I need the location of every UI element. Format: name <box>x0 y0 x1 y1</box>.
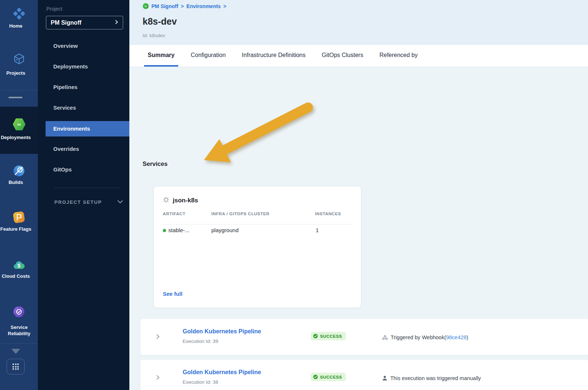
service-reliability-icon <box>12 305 26 320</box>
rail-divider <box>0 90 38 91</box>
card-divider <box>163 224 352 224</box>
service-summary-card: json-k8s ARTIFACT INFRA / GITOPS CLUSTER… <box>154 187 361 308</box>
tab-gitops-clusters[interactable]: GitOps Clusters <box>318 45 367 67</box>
breadcrumb-environments-link[interactable]: Environments <box>186 3 220 9</box>
sidebar-item-overview[interactable]: Overview <box>38 39 129 53</box>
trigger-prefix: Triggered by Webhook( <box>391 334 446 340</box>
project-sidebar: Project PM Signoff Overview Deployments … <box>38 0 129 390</box>
status-badge: SUCCESS <box>311 332 346 340</box>
service-name: json-k8s <box>173 197 198 204</box>
app-root: Home Projects <box>0 0 588 390</box>
sidebar-item-service-reliability[interactable]: Service Reliability <box>0 305 38 320</box>
rail-divider <box>0 343 38 344</box>
sidebar-item-label: Home <box>0 23 38 29</box>
tab-referenced-by[interactable]: Referenced by <box>376 45 421 67</box>
svg-text:$: $ <box>18 263 21 269</box>
projects-icon <box>12 52 26 67</box>
sidebar-item-feature-flags[interactable]: Feature Flags <box>0 210 38 226</box>
sidebar-item-label: Deployments <box>0 135 38 140</box>
tab-content: Services <box>129 67 588 390</box>
project-setup-toggle[interactable]: PROJECT SETUP <box>54 199 123 205</box>
success-check-icon <box>313 334 318 338</box>
webhook-id-link[interactable]: 98ce428 <box>446 334 467 340</box>
module-sidebar: Home Projects <box>0 0 38 390</box>
page-title: k8s-dev <box>143 16 177 27</box>
sidebar-item-label: Feature Flags <box>0 226 38 232</box>
sidebar-divider <box>54 188 120 188</box>
sidebar-item-overrides[interactable]: Overrides <box>38 142 129 156</box>
sidebar-item-deployments[interactable]: ∞ Deployments <box>0 117 38 133</box>
breadcrumb-project-link[interactable]: PM Signoff <box>151 3 178 9</box>
home-icon <box>12 7 26 22</box>
column-header-infra-cluster: INFRA / GITOPS CLUSTER <box>211 212 269 216</box>
expand-chevron-icon[interactable] <box>155 374 161 382</box>
user-icon <box>382 376 387 381</box>
execution-row[interactable]: Golden Kubernetes Pipeline Execution Id:… <box>140 360 588 390</box>
feature-flags-icon <box>12 210 26 226</box>
project-selector[interactable]: PM Signoff <box>46 16 123 29</box>
sidebar-item-deployments-nav[interactable]: Deployments <box>38 59 129 74</box>
project-selector-value: PM Signoff <box>51 20 114 26</box>
sidebar-item-home[interactable]: Home <box>0 7 38 22</box>
service-card-title: json-k8s <box>163 196 198 205</box>
see-full-link[interactable]: See full <box>163 291 182 297</box>
status-badge-label: SUCCESS <box>320 375 342 379</box>
breadcrumb: ∞ PM Signoff > Environments > <box>143 3 226 9</box>
execution-id-label: Execution Id: 38 <box>183 379 218 385</box>
execution-id-label: Execution Id: 39 <box>183 338 218 344</box>
tab-infrastructure-definitions[interactable]: Infrastructure Definitions <box>238 45 309 67</box>
sidebar-collapse-handle[interactable] <box>8 97 22 98</box>
chevron-right-icon <box>114 20 119 26</box>
pipeline-name-link[interactable]: Golden Kubernetes Pipeline <box>183 369 261 376</box>
trigger-text: Triggered by Webhook(98ce428) <box>391 334 468 340</box>
cluster-value: playground <box>211 227 239 233</box>
cd-module-icon: ∞ <box>143 3 149 9</box>
status-badge-label: SUCCESS <box>320 334 342 338</box>
sidebar-item-services[interactable]: Services <box>38 100 129 115</box>
services-heading: Services <box>143 160 168 167</box>
chevron-down-icon <box>117 199 123 205</box>
page-id-label: Id: k8sdev <box>143 33 165 38</box>
svg-text:∞: ∞ <box>17 121 21 127</box>
grid-icon <box>12 364 19 370</box>
builds-icon <box>12 164 26 179</box>
module-grid-button[interactable] <box>7 359 25 375</box>
success-check-icon <box>313 375 318 379</box>
sidebar-item-cloud-costs[interactable]: $ Cloud Costs <box>0 258 38 273</box>
scroll-down-indicator[interactable] <box>11 349 20 354</box>
project-section-label: Project <box>46 6 62 12</box>
webhook-icon <box>382 335 388 340</box>
artifact-status-dot <box>163 229 166 232</box>
tab-bar: Summary Configuration Infrastructure Def… <box>129 45 588 67</box>
sidebar-item-label: Service Reliability <box>3 324 35 337</box>
artifact-value: stable-... <box>168 227 190 233</box>
expand-chevron-icon[interactable] <box>155 333 161 341</box>
trigger-info: Triggered by Webhook(98ce428) <box>382 334 468 340</box>
sidebar-item-projects[interactable]: Projects <box>0 52 38 67</box>
sidebar-item-builds[interactable]: Builds <box>0 164 38 179</box>
execution-row[interactable]: Golden Kubernetes Pipeline Execution Id:… <box>140 319 588 355</box>
gear-icon <box>163 196 169 205</box>
breadcrumb-separator: > <box>223 3 226 9</box>
status-badge: SUCCESS <box>311 373 346 381</box>
column-header-instances: INSTANCES <box>315 212 341 216</box>
trigger-info: This execution was triggered manually <box>382 375 481 381</box>
deployments-icon: ∞ <box>12 117 26 133</box>
sidebar-item-pipelines[interactable]: Pipelines <box>38 80 129 95</box>
project-setup-label: PROJECT SETUP <box>54 199 102 205</box>
tab-configuration[interactable]: Configuration <box>187 45 229 67</box>
tab-summary[interactable]: Summary <box>144 45 178 67</box>
sidebar-item-label: Builds <box>0 180 38 185</box>
column-header-artifact: ARTIFACT <box>163 212 186 216</box>
sidebar-item-label: Cloud Costs <box>0 273 38 279</box>
page-header: ∞ PM Signoff > Environments > k8s-dev Id… <box>129 0 588 45</box>
sidebar-item-label: Projects <box>0 70 38 76</box>
cloud-costs-icon: $ <box>12 258 26 273</box>
svg-text:∞: ∞ <box>144 4 147 8</box>
sidebar-item-environments[interactable]: Environments <box>46 121 129 136</box>
trigger-suffix: ) <box>466 334 468 340</box>
pipeline-name-link[interactable]: Golden Kubernetes Pipeline <box>183 328 261 335</box>
instances-value: 1 <box>316 227 319 233</box>
main-content: ∞ PM Signoff > Environments > k8s-dev Id… <box>129 0 588 390</box>
sidebar-item-gitops[interactable]: GitOps <box>38 162 129 177</box>
